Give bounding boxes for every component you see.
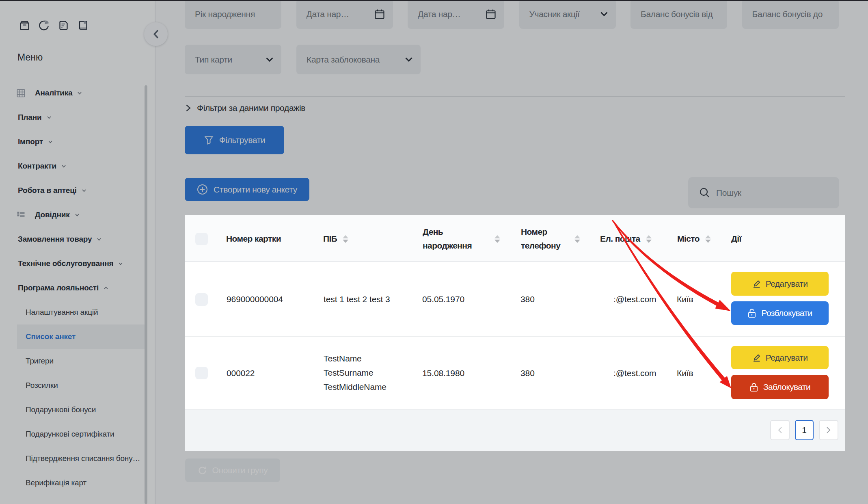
column-label: Ел. пошта [600, 232, 640, 246]
update-group-button[interactable]: Оновити групу [185, 459, 280, 482]
sidebar-item-analytics[interactable]: Аналітика [0, 81, 155, 105]
document-icon[interactable] [57, 19, 70, 32]
submenu-item-label: Верифікація карт [26, 478, 86, 487]
birthdate-from-input[interactable]: Дата нар… [296, 0, 393, 29]
edit-button-label: Редагувати [766, 279, 808, 289]
birthdate-to-input[interactable]: Дата нар… [408, 0, 504, 29]
sidebar-menu-title: Меню [17, 52, 43, 63]
edit-button[interactable]: Редагувати [731, 346, 829, 369]
page-number: 1 [802, 425, 806, 435]
sort-icon[interactable] [574, 235, 580, 243]
sidebar-item-goods-order[interactable]: Замовлення товару [0, 227, 155, 251]
bonus-balance-from-input[interactable]: Баланс бонусів від [630, 0, 727, 29]
promo-participant-select[interactable]: Учасник акції [519, 0, 616, 29]
calendar-icon[interactable] [374, 9, 385, 19]
plus-circle-icon [197, 184, 208, 195]
chevron-right-icon [186, 104, 191, 112]
filter-button-label: Фільтрувати [219, 135, 266, 145]
block-button[interactable]: Заблокувати [731, 375, 829, 399]
column-header-full-name[interactable]: ПІБ [323, 232, 348, 246]
submenu-item-gift-certificates[interactable]: Подарункові сертифікати [0, 422, 155, 446]
card-blocked-select[interactable]: Карта заблокована [296, 45, 421, 74]
pencil-icon [752, 279, 761, 288]
cell-phone: 380 [520, 368, 535, 378]
sort-icon[interactable] [343, 235, 348, 243]
sidebar-item-maintenance[interactable]: Технічне обслуговування [0, 251, 155, 276]
sidebar-item-pharmacy-work[interactable]: Робота в аптеці [0, 178, 155, 203]
chevron-up-icon [104, 286, 108, 290]
column-header-city[interactable]: Місто [677, 232, 711, 246]
sidebar-item-plans[interactable]: Плани [0, 105, 155, 130]
submenu-item-bonus-writeoff-confirmation[interactable]: Підтвердження списання бону… [0, 446, 155, 471]
edit-button-label: Редагувати [766, 353, 808, 363]
column-header-birthday[interactable]: День народження [423, 225, 484, 253]
unblock-button[interactable]: Розблокувати [731, 301, 829, 325]
filter-apply-button[interactable]: Фільтрувати [185, 126, 284, 154]
sidebar-item-label: Аналітика [35, 89, 72, 97]
submenu-item-label: Тригери [26, 357, 54, 366]
row-checkbox[interactable] [195, 367, 208, 379]
column-label: Номер картки [226, 232, 281, 246]
sort-icon[interactable] [646, 235, 652, 243]
pagination-next-button[interactable] [819, 420, 838, 440]
column-header-email[interactable]: Ел. пошта [600, 232, 652, 246]
refresh-icon [198, 466, 207, 475]
sidebar-item-contracts[interactable]: Контракти [0, 154, 155, 178]
main-content: Рік народження Дата нар… Дата нар… Учасн… [156, 0, 868, 504]
sidebar-item-label: Замовлення товару [18, 235, 92, 244]
sidebar-top-icons [18, 19, 89, 32]
submenu-item-questionnaire-list[interactable]: Список анкет [0, 324, 155, 349]
pencil-icon [752, 353, 761, 362]
sidebar-item-label: Робота в аптеці [18, 186, 77, 195]
column-header-card-number[interactable]: Номер картки [226, 232, 281, 246]
chevron-left-icon [153, 30, 159, 39]
chevron-down-icon [75, 212, 80, 217]
chevron-down-icon [405, 57, 412, 62]
sort-icon[interactable] [494, 235, 500, 243]
submenu-item-promo-settings[interactable]: Налаштування акцій [0, 300, 155, 324]
pagination-prev-button[interactable] [770, 420, 790, 440]
lock-icon [749, 383, 758, 392]
cell-card-number: 000022 [227, 368, 255, 378]
sort-icon[interactable] [705, 235, 711, 243]
sales-filters-expander[interactable]: Фільтри за даними продажів [186, 102, 305, 114]
sidebar-collapse-button[interactable] [144, 22, 168, 46]
questionnaire-table: Номер картки ПІБ День народження Номер т… [185, 215, 845, 451]
bonus-balance-to-input[interactable]: Баланс бонусів до [742, 0, 839, 29]
book-icon[interactable] [77, 19, 89, 32]
column-label: День народження [423, 225, 484, 253]
calendar-icon[interactable] [486, 9, 496, 19]
column-label: Місто [677, 232, 700, 246]
row-checkbox[interactable] [195, 293, 208, 306]
pie-chart-icon[interactable] [38, 19, 50, 32]
select-value: Тип карти [195, 55, 266, 65]
submenu-item-gift-bonuses[interactable]: Подарункові бонуси [0, 398, 155, 422]
block-button-label: Заблокувати [763, 382, 810, 392]
column-header-phone[interactable]: Номер телефону [521, 225, 574, 253]
submenu-item-label: Підтвердження списання бону… [26, 454, 140, 463]
sidebar-item-loyalty-program[interactable]: Програма лояльності [0, 276, 155, 300]
pagination-page-1[interactable]: 1 [795, 420, 814, 440]
create-questionnaire-button[interactable]: Створити нову анкету [185, 178, 309, 201]
sort-icon-phone[interactable] [574, 232, 580, 246]
input-placeholder: Дата нар… [418, 9, 486, 19]
sidebar-item-import[interactable]: Імпорт [0, 130, 155, 154]
input-placeholder: Баланс бонусів до [752, 9, 831, 19]
sidebar-item-directory[interactable]: Довідник [0, 203, 155, 227]
submenu-item-triggers[interactable]: Тригери [0, 349, 155, 373]
search-input[interactable]: Пошук [688, 177, 839, 208]
column-label: Дії [731, 232, 741, 246]
edit-button[interactable]: Редагувати [731, 272, 829, 296]
sort-icon-birthday[interactable] [494, 232, 500, 246]
card-type-select[interactable]: Тип карти [185, 45, 281, 74]
sidebar-scrollbar[interactable] [145, 85, 147, 504]
submenu-item-mailings[interactable]: Розсилки [0, 373, 155, 398]
select-all-checkbox[interactable] [195, 233, 208, 245]
archive-icon[interactable] [18, 19, 31, 32]
sidebar-item-label: Довідник [35, 210, 70, 219]
submenu-item-card-verification[interactable]: Верифікація карт [0, 471, 155, 495]
year-of-birth-input[interactable]: Рік народження [185, 0, 281, 29]
chevron-down-icon [600, 12, 608, 16]
loyalty-submenu: Налаштування акцій Список анкет Тригери … [0, 300, 155, 495]
submenu-item-label: Розсилки [26, 381, 58, 390]
